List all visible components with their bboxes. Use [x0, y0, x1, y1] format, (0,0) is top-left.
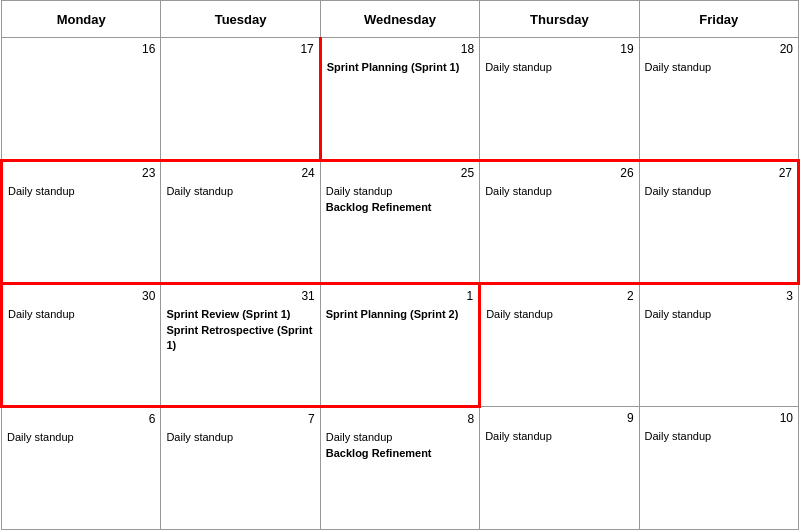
calendar-cell: 6Daily standup [2, 407, 161, 530]
day-number: 26 [485, 166, 633, 180]
calendar-event[interactable]: Daily standup [645, 60, 793, 74]
calendar-table: Monday Tuesday Wednesday Thursday Friday… [0, 0, 800, 530]
day-number: 16 [7, 42, 155, 56]
day-number: 31 [166, 289, 314, 303]
calendar-cell: 10Daily standup [639, 407, 798, 530]
calendar-cell: 19Daily standup [480, 38, 639, 161]
calendar-event[interactable]: Daily standup [485, 429, 633, 443]
calendar-event[interactable]: Daily standup [645, 184, 792, 198]
calendar-cell: 27Daily standup [639, 161, 798, 284]
calendar-cell: 9Daily standup [480, 407, 639, 530]
day-number: 25 [326, 166, 474, 180]
day-number: 17 [166, 42, 313, 56]
calendar-cell: 26Daily standup [480, 161, 639, 284]
day-number: 19 [485, 42, 633, 56]
calendar-event[interactable]: Daily standup [166, 430, 314, 444]
day-number: 8 [326, 412, 474, 426]
day-number: 27 [645, 166, 792, 180]
day-number: 9 [485, 411, 633, 425]
calendar-event[interactable]: Daily standup [166, 184, 314, 198]
day-number: 24 [166, 166, 314, 180]
calendar-cell: 20Daily standup [639, 38, 798, 161]
day-number: 3 [645, 289, 793, 303]
header-friday: Friday [639, 1, 798, 38]
calendar-cell: 24Daily standup [161, 161, 320, 284]
calendar-event[interactable]: Daily standup [485, 184, 633, 198]
calendar-event[interactable]: Backlog Refinement [326, 446, 474, 460]
calendar-cell: 25Daily standupBacklog Refinement [320, 161, 479, 284]
calendar-cell: 18Sprint Planning (Sprint 1) [320, 38, 479, 161]
calendar-cell: 16 [2, 38, 161, 161]
day-number: 10 [645, 411, 793, 425]
calendar-cell: 7Daily standup [161, 407, 320, 530]
calendar-event[interactable]: Sprint Planning (Sprint 1) [327, 60, 474, 74]
calendar-event[interactable]: Daily standup [486, 307, 633, 321]
day-number: 30 [8, 289, 155, 303]
calendar-event[interactable]: Sprint Planning (Sprint 2) [326, 307, 473, 321]
calendar-cell: 17 [161, 38, 320, 161]
day-number: 6 [7, 412, 155, 426]
calendar-event[interactable]: Daily standup [645, 307, 793, 321]
day-number: 2 [486, 289, 633, 303]
day-number: 1 [326, 289, 473, 303]
calendar-event[interactable]: Backlog Refinement [326, 200, 474, 214]
calendar-cell: 31Sprint Review (Sprint 1)Sprint Retrosp… [161, 284, 320, 407]
calendar-event[interactable]: Sprint Review (Sprint 1) [166, 307, 314, 321]
calendar-cell: 8Daily standupBacklog Refinement [320, 407, 479, 530]
header-wednesday: Wednesday [320, 1, 479, 38]
calendar-event[interactable]: Daily standup [7, 430, 155, 444]
header-tuesday: Tuesday [161, 1, 320, 38]
calendar-cell: 30Daily standup [2, 284, 161, 407]
calendar-event[interactable]: Daily standup [326, 430, 474, 444]
day-number: 20 [645, 42, 793, 56]
calendar-event[interactable]: Daily standup [485, 60, 633, 74]
day-number: 7 [166, 412, 314, 426]
calendar-event[interactable]: Daily standup [8, 307, 155, 321]
header-thursday: Thursday [480, 1, 639, 38]
header-monday: Monday [2, 1, 161, 38]
day-number: 23 [8, 166, 155, 180]
calendar-event[interactable]: Daily standup [8, 184, 155, 198]
calendar-event[interactable]: Daily standup [326, 184, 474, 198]
calendar-cell: 3Daily standup [639, 284, 798, 407]
calendar-cell: 2Daily standup [480, 284, 639, 407]
calendar-cell: 1Sprint Planning (Sprint 2) [320, 284, 479, 407]
calendar-event[interactable]: Daily standup [645, 429, 793, 443]
calendar-cell: 23Daily standup [2, 161, 161, 284]
calendar-event[interactable]: Sprint Retrospective (Sprint 1) [166, 323, 314, 352]
day-number: 18 [327, 42, 474, 56]
